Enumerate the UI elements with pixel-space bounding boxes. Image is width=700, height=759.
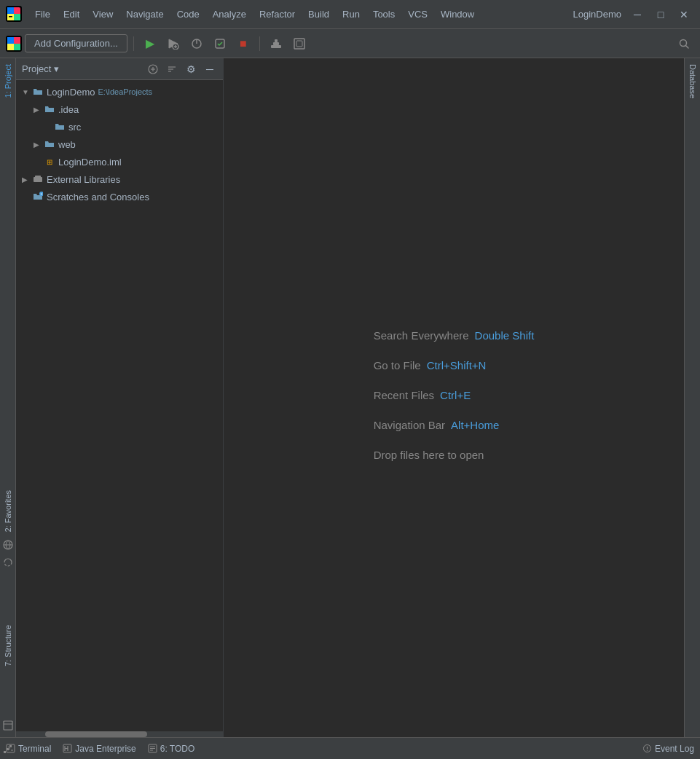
welcome-goto-label: Go to File bbox=[374, 353, 421, 377]
database-tab[interactable]: Database bbox=[685, 58, 700, 104]
search-everywhere-button[interactable] bbox=[674, 34, 694, 54]
sidebar-settings-icon[interactable]: ⚙ bbox=[184, 62, 198, 76]
sidebar-add-icon[interactable] bbox=[146, 62, 160, 76]
app-title: LoginDemo bbox=[573, 9, 622, 20]
menu-code[interactable]: Code bbox=[171, 6, 205, 23]
sync-icon[interactable] bbox=[1, 555, 15, 570]
welcome-content: Search Everywhere Double Shift Go to Fil… bbox=[374, 323, 535, 473]
welcome-recent-shortcut: Ctrl+E bbox=[440, 383, 471, 407]
tree-arrow-idea: ▶ bbox=[34, 106, 44, 114]
build-button[interactable] bbox=[266, 34, 286, 54]
svg-rect-18 bbox=[271, 45, 281, 48]
window-controls: ─ □ ✕ bbox=[627, 4, 694, 25]
tree-root-logindemo[interactable]: ▼ LoginDemo E:\IdeaProjects bbox=[16, 83, 223, 101]
frame-button[interactable] bbox=[289, 34, 310, 54]
menu-vcs[interactable]: VCS bbox=[402, 6, 433, 23]
editor-area: Search Everywhere Double Shift Go to Fil… bbox=[224, 58, 684, 737]
welcome-nav-label: Navigation Bar bbox=[374, 413, 445, 437]
structure-tab[interactable]: 7: Structure bbox=[1, 619, 15, 672]
tree-label-idea: .idea bbox=[58, 104, 79, 115]
coverage-button[interactable] bbox=[210, 34, 230, 54]
folder-icon-scratches: S bbox=[32, 191, 44, 202]
svg-rect-36 bbox=[35, 176, 41, 178]
resize-icon[interactable] bbox=[3, 744, 13, 756]
sidebar-scrollbar[interactable] bbox=[16, 731, 223, 737]
menu-file[interactable]: File bbox=[29, 6, 56, 23]
todo-label: 6: TODO bbox=[160, 744, 195, 754]
svg-rect-8 bbox=[14, 44, 20, 50]
svg-rect-2 bbox=[7, 7, 14, 14]
toolbar: Add Configuration... ▶ ■ bbox=[0, 29, 700, 58]
tree-label-iml: LoginDemo.iml bbox=[58, 157, 122, 168]
stop-button[interactable]: ■ bbox=[233, 34, 253, 54]
terminal-label: Terminal bbox=[18, 744, 51, 754]
toolbar-logo bbox=[6, 36, 22, 52]
svg-rect-52 bbox=[4, 751, 6, 753]
tree-scratches[interactable]: S Scratches and Consoles bbox=[16, 188, 223, 205]
todo-button[interactable]: 6: TODO bbox=[142, 742, 201, 755]
debug-button[interactable] bbox=[163, 34, 184, 54]
menu-window[interactable]: Window bbox=[435, 6, 480, 23]
tree-web[interactable]: ▶ web bbox=[16, 135, 223, 153]
tree-idea[interactable]: ▶ .idea bbox=[16, 101, 223, 118]
tree-arrow-web: ▶ bbox=[34, 141, 44, 149]
tree-label-scratches: Scratches and Consoles bbox=[47, 192, 149, 202]
svg-rect-54 bbox=[9, 745, 12, 747]
java-icon bbox=[63, 744, 72, 753]
favorites-tab[interactable]: 2: Favorites bbox=[1, 484, 15, 538]
svg-text:S: S bbox=[41, 192, 43, 196]
menu-navigate[interactable]: Navigate bbox=[120, 6, 169, 23]
welcome-nav-shortcut: Alt+Home bbox=[451, 413, 499, 437]
toolbar-separator-2 bbox=[259, 36, 260, 51]
tree-src[interactable]: src bbox=[16, 118, 223, 135]
bottom-left-icon[interactable] bbox=[1, 718, 15, 733]
welcome-row-goto: Go to File Ctrl+Shift+N bbox=[374, 353, 535, 377]
menu-tools[interactable]: Tools bbox=[367, 6, 401, 23]
main-area: 1: Project 2: Favorites 7: Structure Pro… bbox=[0, 58, 700, 737]
tree-ext-lib[interactable]: ▶ External Libraries bbox=[16, 170, 223, 188]
minimize-button[interactable]: ─ bbox=[627, 4, 648, 25]
menu-refactor[interactable]: Refactor bbox=[253, 6, 301, 23]
run-button[interactable]: ▶ bbox=[140, 34, 160, 54]
welcome-search-label: Search Everywhere bbox=[374, 323, 469, 347]
menu-analyze[interactable]: Analyze bbox=[207, 6, 252, 23]
welcome-search-shortcut: Double Shift bbox=[475, 323, 535, 347]
event-log-icon bbox=[642, 744, 652, 753]
left-tab-bar: 1: Project 2: Favorites 7: Structure bbox=[0, 58, 16, 737]
sidebar-collapse-icon[interactable] bbox=[165, 62, 179, 76]
tree-arrow-ext-lib: ▶ bbox=[22, 176, 32, 184]
sidebar-header: Project ▾ ⚙ ─ bbox=[16, 58, 223, 80]
todo-icon bbox=[148, 744, 157, 753]
close-button[interactable]: ✕ bbox=[674, 4, 694, 25]
svg-line-24 bbox=[686, 45, 689, 48]
sidebar-minimize-icon[interactable]: ─ bbox=[202, 62, 217, 76]
project-tab[interactable]: 1: Project bbox=[1, 58, 15, 103]
svg-rect-5 bbox=[9, 16, 12, 17]
event-log-button[interactable]: Event Log bbox=[637, 742, 700, 755]
svg-rect-35 bbox=[34, 177, 42, 182]
svg-rect-20 bbox=[275, 39, 278, 42]
maximize-button[interactable]: □ bbox=[650, 4, 671, 25]
file-tree: ▼ LoginDemo E:\IdeaProjects ▶ .idea bbox=[16, 80, 223, 731]
svg-rect-7 bbox=[7, 37, 14, 44]
svg-point-51 bbox=[647, 750, 648, 751]
menu-build[interactable]: Build bbox=[302, 6, 335, 23]
menu-edit[interactable]: Edit bbox=[58, 6, 85, 23]
menu-run[interactable]: Run bbox=[337, 6, 366, 23]
svg-rect-53 bbox=[7, 748, 9, 750]
profile-button[interactable] bbox=[186, 34, 207, 54]
menu-view[interactable]: View bbox=[87, 6, 119, 23]
tree-iml[interactable]: ⊞ LoginDemo.iml bbox=[16, 153, 223, 170]
folder-icon-web bbox=[44, 138, 55, 150]
welcome-recent-label: Recent Files bbox=[374, 383, 434, 407]
web-icon[interactable] bbox=[1, 538, 15, 552]
java-enterprise-label: Java Enterprise bbox=[75, 744, 135, 754]
title-bar: File Edit View Navigate Code Analyze Ref… bbox=[0, 0, 700, 29]
welcome-row-recent: Recent Files Ctrl+E bbox=[374, 383, 535, 407]
java-enterprise-button[interactable]: Java Enterprise bbox=[57, 742, 141, 755]
svg-rect-9 bbox=[7, 44, 14, 50]
sidebar-project-dropdown[interactable]: Project ▾ bbox=[22, 63, 141, 74]
sidebar-scrollbar-thumb[interactable] bbox=[45, 731, 147, 737]
svg-rect-10 bbox=[14, 37, 20, 44]
add-configuration-button[interactable]: Add Configuration... bbox=[25, 34, 127, 52]
